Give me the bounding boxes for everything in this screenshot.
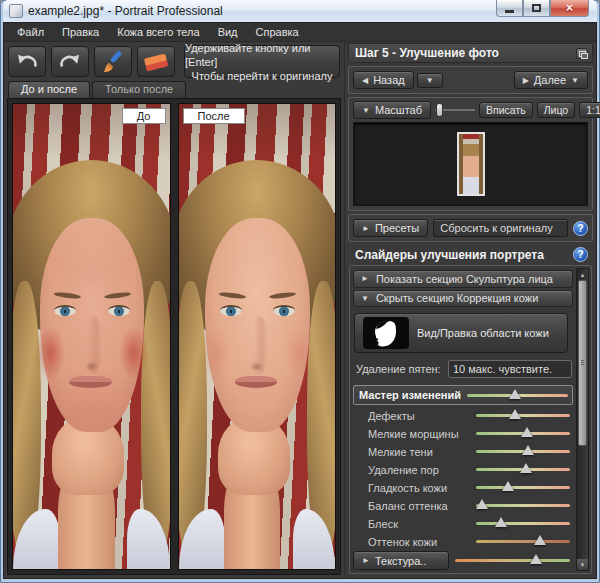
section-face-sculpt-label: Показать секцию Скульптура лица — [376, 273, 553, 285]
redo-button[interactable] — [51, 46, 89, 77]
slider-handle[interactable] — [509, 409, 521, 419]
menu-whole-body-skin[interactable]: Кожа всего тела — [108, 24, 208, 40]
slider-track[interactable] — [476, 468, 570, 471]
hold-to-compare-button[interactable]: Удерживайте кнопку или [Enter] Чтобы пер… — [184, 45, 340, 78]
slider-track[interactable] — [476, 522, 570, 525]
face-zoom-button[interactable]: Лицо — [537, 102, 576, 118]
navigator-preview[interactable] — [353, 122, 588, 206]
eye-right — [273, 305, 295, 316]
slider-track[interactable] — [476, 486, 570, 489]
app-icon — [9, 4, 23, 18]
zoom-slider-handle[interactable] — [436, 103, 443, 117]
toolbar: Удерживайте кнопку или [Enter] Чтобы пер… — [4, 42, 344, 81]
slider-handle[interactable] — [522, 445, 534, 455]
main-area: Удерживайте кнопку или [Enter] Чтобы пер… — [4, 42, 596, 578]
sliders-scrollbar[interactable]: ▲ ▼ — [576, 268, 589, 571]
tab-after-only[interactable]: Только после — [92, 81, 186, 98]
spot-removal-label: Удаление пятен: — [356, 363, 441, 375]
sliders-title: Слайдеры улучшения портрета — [355, 248, 544, 262]
eye-left — [54, 305, 76, 316]
eraser-button[interactable] — [137, 46, 175, 77]
menu-view[interactable]: Вид — [209, 24, 247, 40]
photo-area: До — [7, 98, 341, 575]
view-edit-skin-button[interactable]: Вид/Правка области кожи — [354, 313, 568, 353]
slider-handle[interactable] — [476, 499, 488, 509]
slider-row: Гладкость кожи — [352, 479, 574, 497]
left-column: Удерживайте кнопку или [Enter] Чтобы пер… — [4, 42, 344, 578]
fit-button[interactable]: Вписать — [479, 102, 533, 118]
view-edit-skin-label: Вид/Правка области кожи — [417, 327, 549, 339]
texture-row: ► Текстура.. — [352, 551, 574, 571]
triangle-right-icon: ► — [361, 274, 369, 283]
slider-rows: Дефекты Мелкие морщины Мелкие тени Удале… — [352, 407, 574, 551]
scrollbar-thumb[interactable] — [578, 280, 587, 446]
slider-track[interactable] — [476, 432, 570, 435]
slider-label: Дефекты — [368, 410, 476, 422]
minimize-button[interactable] — [496, 0, 523, 17]
back-dropdown-button[interactable]: ▼ — [417, 73, 443, 88]
maximize-button[interactable] — [523, 0, 550, 17]
hold-button-line1: Удерживайте кнопку или [Enter] — [185, 41, 339, 69]
slider-label: Баланс оттенка — [368, 500, 476, 512]
view-tabs: До и после Только после — [4, 81, 344, 98]
master-fade-row: Мастер изменений — [353, 385, 573, 404]
slider-handle[interactable] — [521, 427, 533, 437]
slider-row: Баланс оттенка — [352, 497, 574, 515]
section-skin-correction[interactable]: ▼ Скрыть секцию Коррекция кожи — [353, 290, 573, 308]
help-icon[interactable]: ? — [573, 247, 588, 262]
tab-before-after[interactable]: До и после — [8, 81, 90, 98]
slider-track[interactable] — [476, 504, 570, 507]
photo-after[interactable]: После — [178, 103, 337, 570]
master-slider-handle[interactable] — [509, 389, 521, 399]
slider-track[interactable] — [455, 559, 570, 562]
caption-buttons: × — [496, 0, 589, 17]
slider-track[interactable] — [476, 540, 570, 543]
eye-right — [108, 305, 130, 316]
title-bar[interactable]: example2.jpg* - Portrait Professional × — [3, 0, 597, 22]
slider-label: Оттенок кожи — [368, 536, 476, 548]
triangle-right-icon: ► — [362, 224, 370, 233]
next-button[interactable]: ▶ Далее ▼ — [514, 71, 588, 89]
section-face-sculpt[interactable]: ► Показать секцию Скульптура лица — [353, 270, 573, 288]
reset-to-original-button[interactable]: Сбросить к оригиналу — [433, 219, 568, 237]
undo-button[interactable] — [8, 46, 46, 77]
actual-size-button[interactable]: 1:1 — [579, 102, 600, 118]
photo-before[interactable]: До — [12, 103, 171, 570]
scroll-down-icon[interactable]: ▼ — [577, 559, 588, 570]
menu-help[interactable]: Справка — [247, 24, 308, 40]
texture-button[interactable]: ► Текстура.. — [353, 551, 449, 570]
brush-button[interactable] — [94, 46, 132, 77]
window-title: example2.jpg* - Portrait Professional — [28, 4, 223, 18]
right-panel: Шаг 5 - Улучшение фото ◀ Назад ▼ — [344, 42, 596, 578]
back-button[interactable]: ◀ Назад — [353, 71, 414, 89]
presets-button[interactable]: ► Пресеты — [353, 219, 428, 237]
close-button[interactable]: × — [550, 0, 589, 17]
navigator-thumbnail[interactable] — [457, 132, 485, 196]
help-icon[interactable]: ? — [573, 221, 588, 236]
slider-handle[interactable] — [502, 481, 514, 491]
slider-label: Гладкость кожи — [368, 482, 476, 494]
navigation-box: ◀ Назад ▼ ▶ Далее ▼ — [348, 66, 593, 94]
zoom-label: Масштаб — [375, 104, 422, 116]
slider-track[interactable] — [467, 394, 568, 397]
detach-panel-icon[interactable] — [576, 48, 588, 59]
menu-file[interactable]: Файл — [8, 24, 53, 40]
spot-removal-select[interactable]: 10 макс. чувствите. — [448, 360, 572, 378]
slider-handle[interactable] — [495, 517, 507, 527]
slider-handle[interactable] — [534, 535, 546, 545]
after-label: После — [183, 108, 245, 124]
zoom-slider[interactable] — [435, 103, 475, 117]
zoom-menu-button[interactable]: ▼ Масштаб — [353, 101, 431, 119]
slider-track[interactable] — [476, 414, 570, 417]
slider-label: Мелкие тени — [368, 446, 476, 458]
slider-handle[interactable] — [520, 463, 532, 473]
texture-slider-handle[interactable] — [530, 554, 542, 564]
slider-label: Мелкие морщины — [368, 428, 476, 440]
cheek-left — [32, 318, 70, 388]
back-label: Назад — [373, 74, 405, 86]
face-silhouette-icon — [363, 317, 409, 349]
slider-track[interactable] — [476, 450, 570, 453]
scroll-up-icon[interactable]: ▲ — [577, 269, 588, 280]
brush-icon — [101, 51, 125, 73]
menu-edit[interactable]: Правка — [53, 24, 108, 40]
